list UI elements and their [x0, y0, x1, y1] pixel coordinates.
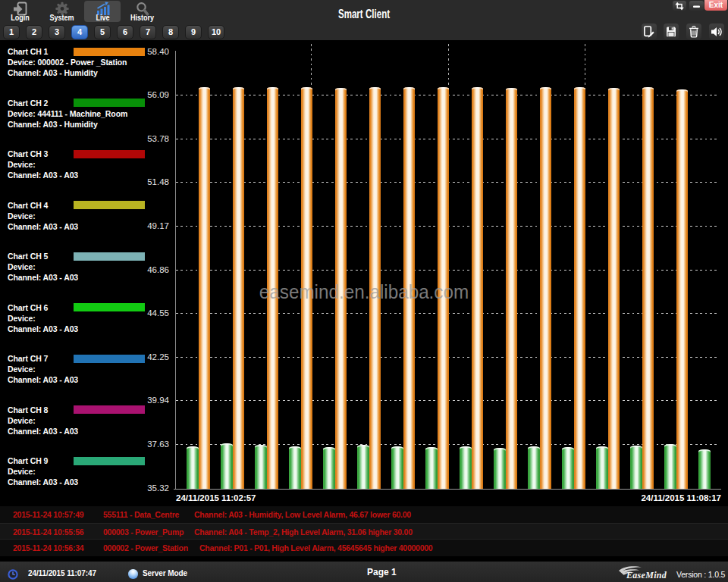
svg-text:EaseMind: EaseMind: [626, 570, 667, 580]
